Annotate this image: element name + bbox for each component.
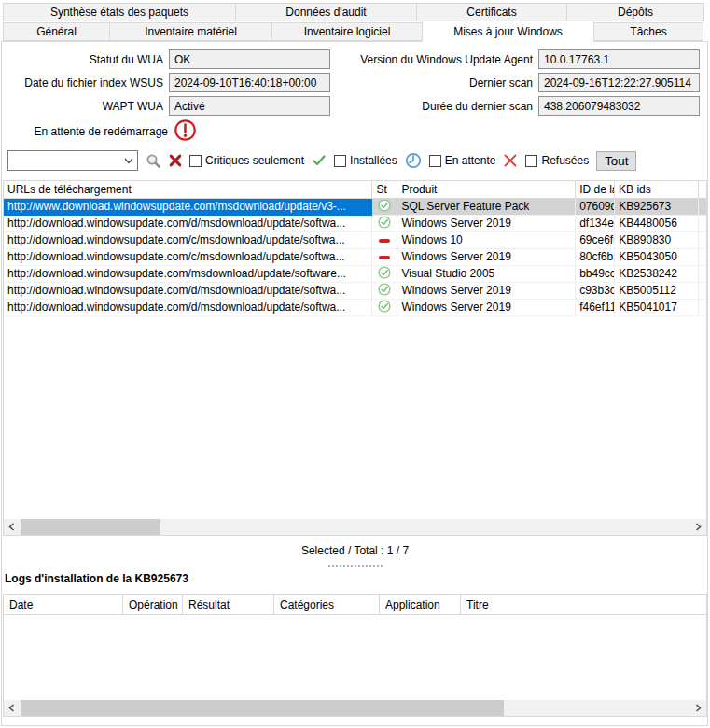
column-header-result[interactable]: Résultat	[183, 595, 274, 614]
kb-cell[interactable]: KB4480056	[615, 216, 699, 232]
id-cell[interactable]: df134eb...	[576, 216, 615, 232]
filler-cell	[699, 266, 706, 283]
tab-inventaire-logiciel[interactable]: Inventaire logiciel	[271, 22, 423, 41]
tab-taches[interactable]: Tâches	[593, 22, 703, 41]
wua-status-label: Statut du WUA	[0, 52, 163, 67]
url-cell[interactable]: http://www.download.windowsupdate.com/ms…	[4, 199, 372, 216]
product-cell[interactable]: Windows Server 2019	[397, 283, 576, 300]
critical-only-checkbox[interactable]: Critiques seulement	[189, 154, 304, 167]
kb-cell[interactable]: KB890830	[615, 232, 699, 249]
installed-checkbox[interactable]: Installées	[334, 154, 397, 167]
product-cell[interactable]: Visual Studio 2005	[397, 266, 576, 283]
tab-depots[interactable]: Dépôts	[566, 3, 704, 21]
product-cell[interactable]: Windows 10	[397, 232, 576, 249]
reboot-pending-label: En attente de redémarrage	[0, 124, 168, 139]
column-header-status[interactable]: St	[372, 181, 397, 198]
tab-strip-bottom: Général Inventaire matériel Inventaire l…	[3, 22, 703, 42]
column-header-kb[interactable]: KB ids	[615, 181, 699, 198]
tab-synthese-etats-paquets[interactable]: Synthèse états des paquets	[3, 3, 236, 21]
tab-label: Données d'audit	[285, 6, 366, 19]
table-row[interactable]: http://download.windowsupdate.com/msdown…	[4, 266, 706, 283]
scrollbar-thumb[interactable]	[21, 700, 504, 716]
all-button[interactable]: Tout	[596, 151, 636, 171]
search-icon[interactable]	[146, 153, 161, 169]
url-cell[interactable]: http://download.windowsupdate.com/msdown…	[4, 266, 372, 283]
checkbox-box	[429, 155, 441, 167]
last-scan-field[interactable]: 2024-09-16T12:22:27.905114	[538, 73, 700, 92]
filler-cell	[699, 216, 706, 232]
filter-toolbar: Critiques seulement Installées En attent…	[7, 150, 636, 171]
id-cell[interactable]: 07609d...	[576, 199, 615, 216]
url-cell[interactable]: http://download.windowsupdate.com/d/msdo…	[4, 300, 372, 316]
checkbox-box	[189, 155, 202, 167]
wsus-index-date-label: Date du fichier index WSUS	[0, 76, 163, 91]
chevron-down-icon	[124, 154, 133, 167]
url-cell[interactable]: http://download.windowsupdate.com/d/msdo…	[4, 283, 372, 300]
table-row[interactable]: http://download.windowsupdate.com/d/msdo…	[4, 283, 706, 300]
kb-cell[interactable]: KB925673	[615, 199, 699, 216]
kb-cell[interactable]: KB2538242	[615, 266, 699, 283]
status-cell	[372, 300, 397, 316]
status-cell	[372, 266, 397, 283]
pending-icon	[405, 152, 422, 169]
splitter-handle[interactable]	[328, 565, 383, 567]
id-cell[interactable]: 80cf6b3...	[576, 249, 615, 266]
id-cell[interactable]: bb49cc...	[576, 266, 615, 283]
id-cell[interactable]: 69ce6f6...	[576, 232, 615, 249]
id-cell[interactable]: f46ef11...	[576, 300, 615, 316]
status-ok-icon	[378, 300, 391, 316]
column-header-date[interactable]: Date	[4, 595, 123, 614]
kb-cell[interactable]: KB5041017	[615, 300, 699, 316]
wua-version-field[interactable]: 10.0.17763.1	[538, 49, 700, 69]
kb-cell[interactable]: KB5043050	[615, 249, 699, 266]
logs-title: Logs d'installation de la KB925673	[5, 572, 188, 585]
pending-label: En attente	[445, 154, 496, 167]
table-row[interactable]: http://download.windowsupdate.com/c/msdo…	[4, 249, 706, 266]
clear-filter-icon[interactable]	[169, 154, 182, 167]
logs-grid-hscrollbar[interactable]	[4, 700, 706, 716]
column-header-product[interactable]: Produit	[397, 181, 576, 198]
product-cell[interactable]: Windows Server 2019	[397, 249, 576, 266]
refused-checkbox[interactable]: Refusées	[525, 154, 589, 167]
scrollbar-thumb[interactable]	[21, 519, 160, 535]
scroll-left-icon[interactable]	[4, 519, 20, 535]
filler-cell	[699, 300, 706, 316]
tab-certificats[interactable]: Certificats	[416, 3, 567, 21]
scroll-right-icon[interactable]	[690, 700, 706, 716]
tab-general[interactable]: Général	[3, 22, 110, 41]
tab-mises-a-jour-windows[interactable]: Mises à jour Windows	[422, 21, 594, 42]
status-cell	[372, 199, 397, 216]
product-cell[interactable]: SQL Server Feature Pack	[397, 199, 576, 216]
column-header-id[interactable]: ID de la	[576, 181, 615, 198]
table-row[interactable]: http://www.download.windowsupdate.com/ms…	[4, 199, 706, 216]
column-header-urls[interactable]: URLs de téléchargement	[4, 181, 372, 198]
url-cell[interactable]: http://download.windowsupdate.com/d/msdo…	[4, 216, 372, 232]
product-cell[interactable]: Windows Server 2019	[397, 300, 576, 316]
id-cell[interactable]: c93b3c...	[576, 283, 615, 300]
table-row[interactable]: http://download.windowsupdate.com/c/msdo…	[4, 232, 706, 249]
column-header-operation[interactable]: Opération	[123, 595, 183, 614]
checkbox-box	[525, 155, 537, 167]
url-cell[interactable]: http://download.windowsupdate.com/c/msdo…	[4, 249, 372, 266]
tab-inventaire-materiel[interactable]: Inventaire matériel	[109, 22, 272, 41]
table-row[interactable]: http://download.windowsupdate.com/d/msdo…	[4, 216, 706, 232]
refused-label: Refusées	[541, 154, 589, 167]
scroll-left-icon[interactable]	[4, 700, 20, 716]
column-header-titre[interactable]: Titre	[461, 595, 706, 614]
tab-strip-top: Synthèse états des paquets Données d'aud…	[3, 3, 703, 21]
updates-grid-hscrollbar[interactable]	[4, 519, 706, 535]
wapt-wua-label: WAPT WUA	[0, 99, 163, 114]
product-cell[interactable]: Windows Server 2019	[397, 216, 576, 232]
scroll-right-icon[interactable]	[690, 519, 706, 535]
search-combobox[interactable]	[7, 150, 138, 171]
tab-label: Tâches	[630, 25, 666, 38]
tab-donnees-audit[interactable]: Données d'audit	[235, 3, 417, 21]
column-header-application[interactable]: Application	[380, 595, 461, 614]
kb-cell[interactable]: KB5005112	[615, 283, 699, 300]
column-header-categories[interactable]: Catégories	[274, 595, 380, 614]
url-cell[interactable]: http://download.windowsupdate.com/c/msdo…	[4, 232, 372, 249]
last-scan-duration-field[interactable]: 438.206079483032	[538, 96, 700, 116]
pending-checkbox[interactable]: En attente	[429, 154, 496, 167]
filler-cell	[699, 249, 706, 266]
table-row[interactable]: http://download.windowsupdate.com/d/msdo…	[4, 300, 706, 316]
